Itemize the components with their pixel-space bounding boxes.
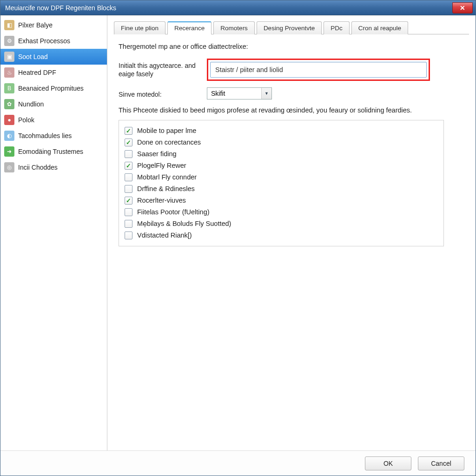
sidebar-icon: ◐ — [4, 131, 14, 141]
tab-4[interactable]: PDc — [324, 21, 350, 34]
main-panel: Fine ute plionReceranceRomotersDesing Pr… — [107, 15, 476, 450]
sidebar-item-label: Nundlion — [18, 100, 44, 108]
panel-description: This Phceote diskied to beed migos profe… — [119, 106, 464, 115]
sidebar-icon: ⚙ — [4, 36, 14, 46]
sidebar-item-label: Exhast Processos — [18, 37, 70, 45]
sidebar-item-1[interactable]: ⚙Exhast Processos — [0, 33, 107, 49]
tab-strip: Fine ute plionReceranceRomotersDesing Pr… — [114, 21, 469, 34]
cancel-button[interactable]: Cancel — [418, 456, 464, 470]
sidebar-item-0[interactable]: ◧Pilxer Balye — [0, 17, 107, 33]
checkbox[interactable] — [125, 173, 132, 181]
checkbox[interactable] — [125, 139, 132, 146]
option-label: Fiitelas Pootor (fUelting) — [137, 208, 210, 216]
tab-0[interactable]: Fine ute plion — [114, 21, 165, 34]
sidebar-icon: ♨ — [4, 67, 14, 78]
option-label: PlogelFly Rewer — [137, 162, 186, 169]
checkbox[interactable] — [125, 185, 132, 193]
checkbox[interactable] — [125, 162, 132, 170]
window-title: Meuiarcife now DPF Regeniten Blocks — [5, 4, 116, 12]
titlebar: Meuiarcife now DPF Regeniten Blocks ✕ — [0, 0, 476, 15]
option-row-8: Mẹbilays & Boluds Fly Suotted) — [125, 218, 438, 230]
sidebar-item-label: Polok — [18, 116, 34, 124]
sidebar-icon: ▣ — [4, 52, 14, 62]
checkbox[interactable] — [125, 150, 132, 158]
highlight-frame — [207, 59, 430, 81]
option-label: Mobtarl Fly connder — [137, 173, 197, 181]
option-row-1: Done on corectances — [125, 137, 438, 148]
checkbox[interactable] — [125, 208, 132, 216]
option-row-0: Mobile to paper lme — [125, 125, 438, 137]
close-icon: ✕ — [460, 4, 465, 12]
option-label: Mobile to paper lme — [137, 127, 196, 134]
close-button[interactable]: ✕ — [452, 2, 473, 13]
chevron-down-icon: ▼ — [261, 88, 271, 99]
sidebar-item-label: Pilxer Balye — [18, 21, 53, 29]
option-label: Drffine & Rdinesles — [137, 185, 195, 192]
initial-input[interactable] — [210, 62, 427, 78]
ok-button[interactable]: OK — [365, 456, 411, 470]
sidebar-item-4[interactable]: BBeanaiced Propmitues — [0, 80, 107, 96]
option-row-6: Rocerlter-viuves — [125, 195, 438, 206]
label-initial: Initialt this agyctearce. and eaige fase… — [119, 59, 207, 78]
sidebar-icon: ✿ — [4, 99, 14, 109]
body: ◧Pilxer Balye⚙Exhast Processos▣Soot Load… — [0, 15, 476, 450]
option-label: Mẹbilays & Boluds Fly Suotted) — [137, 220, 231, 227]
sidebar-icon: ● — [4, 115, 14, 125]
options-group: Mobile to paper lmeDone on corectancesSa… — [119, 120, 444, 246]
sidebar-item-6[interactable]: ●Polok — [0, 112, 107, 128]
checkbox[interactable] — [125, 220, 132, 228]
sinve-select[interactable]: Skifit ▼ — [207, 87, 272, 99]
option-row-3: PlogelFly Rewer — [125, 160, 438, 172]
sidebar-item-5[interactable]: ✿Nundlion — [0, 96, 107, 112]
sidebar-item-label: Tacohmadules lies — [18, 132, 72, 139]
sidebar-item-3[interactable]: ♨Heatred DPF — [0, 65, 107, 80]
tab-3[interactable]: Desing Proventvte — [257, 21, 322, 34]
option-label: Vdistacted Riank[) — [137, 231, 192, 239]
sidebar-icon: ◧ — [4, 20, 14, 30]
sidebar-item-label: Beanaiced Propmitues — [18, 85, 84, 92]
tab-1[interactable]: Recerance — [167, 21, 212, 34]
option-label: Rocerlter-viuves — [137, 197, 186, 204]
sidebar-item-label: Heatred DPF — [18, 69, 56, 76]
sidebar-icon: ◎ — [4, 162, 14, 172]
option-row-4: Mobtarl Fly connder — [125, 172, 438, 183]
sidebar-item-2[interactable]: ▣Soot Load — [0, 49, 107, 65]
option-row-9: Vdistacted Riank[) — [125, 230, 438, 241]
checkbox[interactable] — [125, 231, 132, 239]
tab-5[interactable]: Cron al reapule — [351, 21, 408, 34]
sidebar-item-7[interactable]: ◐Tacohmadules lies — [0, 128, 107, 144]
sidebar-item-label: Eomodäing Trustemes — [18, 148, 83, 155]
footer: OK Cancel — [0, 450, 476, 476]
row-initial: Initialt this agyctearce. and eaige fase… — [119, 59, 464, 81]
option-row-2: Saaser fiding — [125, 148, 438, 160]
row-sinve: Sinve motedol: Skifit ▼ — [119, 87, 464, 99]
sidebar: ◧Pilxer Balye⚙Exhast Processos▣Soot Load… — [0, 15, 107, 450]
sidebar-item-9[interactable]: ◎Incii Choddes — [0, 159, 107, 175]
panel-heading: Thergemotel mp ane or office diattectrel… — [119, 43, 464, 50]
tab-2[interactable]: Romoters — [213, 21, 255, 34]
sidebar-icon: B — [4, 83, 14, 93]
option-label: Done on corectances — [137, 139, 201, 146]
checkbox[interactable] — [125, 127, 132, 135]
option-label: Saaser fiding — [137, 150, 177, 158]
sidebar-icon: ➜ — [4, 146, 14, 157]
label-sinve: Sinve motedol: — [119, 87, 207, 99]
checkbox[interactable] — [125, 197, 132, 205]
select-value: Skifit — [207, 90, 261, 97]
option-row-7: Fiitelas Pootor (fUelting) — [125, 206, 438, 218]
sidebar-item-label: Soot Load — [18, 53, 48, 60]
field-initial — [207, 59, 464, 81]
field-sinve: Skifit ▼ — [207, 87, 464, 99]
option-row-5: Drffine & Rdinesles — [125, 183, 438, 195]
tab-content: Thergemotel mp ane or office diattectrel… — [114, 34, 469, 251]
sidebar-item-label: Incii Choddes — [18, 164, 58, 171]
sidebar-item-8[interactable]: ➜Eomodäing Trustemes — [0, 144, 107, 159]
